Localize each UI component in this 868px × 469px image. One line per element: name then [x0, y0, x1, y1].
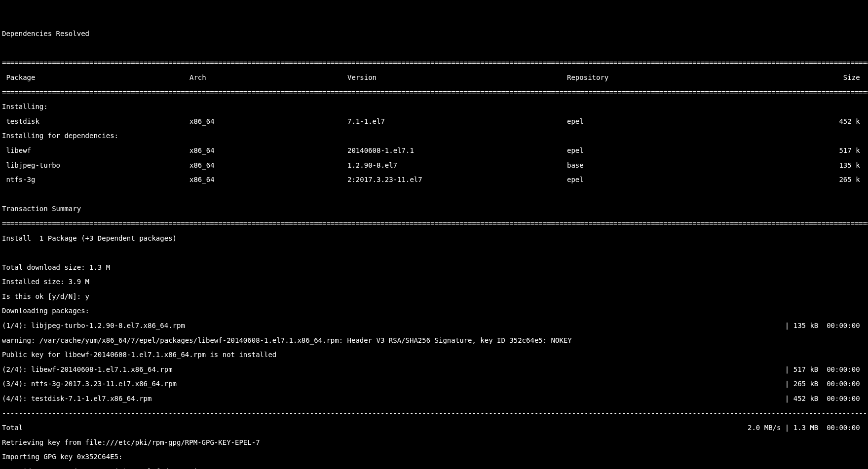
terminal-output: Dependencies Resolved ==================…	[2, 23, 866, 469]
dl-file: (1/4): libjpeg-turbo-1.2.90-8.el7.x86_64…	[2, 322, 785, 329]
download-row: (1/4): libjpeg-turbo-1.2.90-8.el7.x86_64…	[2, 322, 866, 329]
installing-deps-label: Installing for dependencies:	[2, 132, 866, 140]
cell-version: 7.1-1.el7	[347, 118, 567, 125]
cell-version: 20140608-1.el7.1	[347, 147, 567, 154]
pubkey-warning: Public key for libewf-20140608-1.el7.1.x…	[2, 351, 866, 359]
dl-size: | 265 kB 00:00:00	[785, 380, 866, 388]
dl-file: (2/4): libewf-20140608-1.el7.1.x86_64.rp…	[2, 366, 785, 373]
cell-size: 135 k	[708, 162, 866, 169]
total-row: Total 2.0 MB/s | 1.3 MB 00:00:00	[2, 424, 866, 432]
dl-file: (3/4): ntfs-3g-2017.3.23-11.el7.x86_64.r…	[2, 380, 785, 388]
cell-repo: base	[567, 162, 708, 169]
cell-arch: x86_64	[189, 162, 347, 169]
retrieve-key: Retrieving key from file:///etc/pki/rpm-…	[2, 439, 866, 446]
col-repository: Repository	[567, 74, 708, 81]
cell-version: 1.2.90-8.el7	[347, 162, 567, 169]
download-row: (3/4): ntfs-3g-2017.3.23-11.el7.x86_64.r…	[2, 380, 866, 388]
total-download: Total download size: 1.3 M	[2, 264, 866, 271]
cell-package: testdisk	[2, 118, 189, 125]
installing-label: Installing:	[2, 103, 866, 110]
blank-line	[2, 249, 866, 256]
cell-package: libjpeg-turbo	[2, 162, 189, 169]
dl-size: | 517 kB 00:00:00	[785, 366, 866, 373]
col-package: Package	[2, 74, 189, 81]
cell-size: 265 k	[708, 176, 866, 183]
rule-dashes: ----------------------------------------…	[2, 410, 866, 417]
dl-size: | 452 kB 00:00:00	[785, 395, 866, 402]
table-row: testdisk x86_64 7.1-1.el7 epel 452 k	[2, 118, 866, 125]
cell-arch: x86_64	[189, 147, 347, 154]
rule-equals: ========================================…	[2, 220, 866, 227]
importing-key: Importing GPG key 0x352C64E5:	[2, 453, 866, 461]
col-arch: Arch	[189, 74, 347, 81]
cell-repo: epel	[567, 118, 708, 125]
table-row: libjpeg-turbo x86_64 1.2.90-8.el7 base 1…	[2, 162, 866, 169]
installed-size: Installed size: 3.9 M	[2, 278, 866, 286]
cell-size: 517 k	[708, 147, 866, 154]
txn-summary-label: Transaction Summary	[2, 205, 866, 213]
col-version: Version	[347, 74, 567, 81]
col-size: Size	[708, 74, 866, 81]
cell-repo: epel	[567, 147, 708, 154]
cell-arch: x86_64	[189, 118, 347, 125]
cell-size: 452 k	[708, 118, 866, 125]
dl-size: | 135 kB 00:00:00	[785, 322, 866, 329]
blank-line	[2, 191, 866, 198]
dl-file: (4/4): testdisk-7.1-1.el7.x86_64.rpm	[2, 395, 785, 402]
rule-equals: ========================================…	[2, 59, 866, 67]
confirm-prompt: Is this ok [y/d/N]: y	[2, 293, 866, 300]
download-row: (2/4): libewf-20140608-1.el7.1.x86_64.rp…	[2, 366, 866, 373]
cell-version: 2:2017.3.23-11.el7	[347, 176, 567, 183]
table-header-row: Package Arch Version Repository Size	[2, 74, 866, 81]
table-row: ntfs-3g x86_64 2:2017.3.23-11.el7 epel 2…	[2, 176, 866, 183]
cell-arch: x86_64	[189, 176, 347, 183]
install-summary: Install 1 Package (+3 Dependent packages…	[2, 235, 866, 242]
table-row: libewf x86_64 20140608-1.el7.1 epel 517 …	[2, 147, 866, 154]
rule-equals: ========================================…	[2, 89, 866, 96]
total-left: Total	[2, 424, 748, 432]
downloading-label: Downloading packages:	[2, 307, 866, 315]
download-row: (4/4): testdisk-7.1-1.el7.x86_64.rpm | 4…	[2, 395, 866, 402]
cell-package: libewf	[2, 147, 189, 154]
deps-resolved: Dependencies Resolved	[2, 30, 866, 37]
total-right: 2.0 MB/s | 1.3 MB 00:00:00	[748, 424, 866, 432]
cell-repo: epel	[567, 176, 708, 183]
blank-line	[2, 45, 866, 52]
cell-package: ntfs-3g	[2, 176, 189, 183]
gpg-warning: warning: /var/cache/yum/x86_64/7/epel/pa…	[2, 337, 866, 344]
